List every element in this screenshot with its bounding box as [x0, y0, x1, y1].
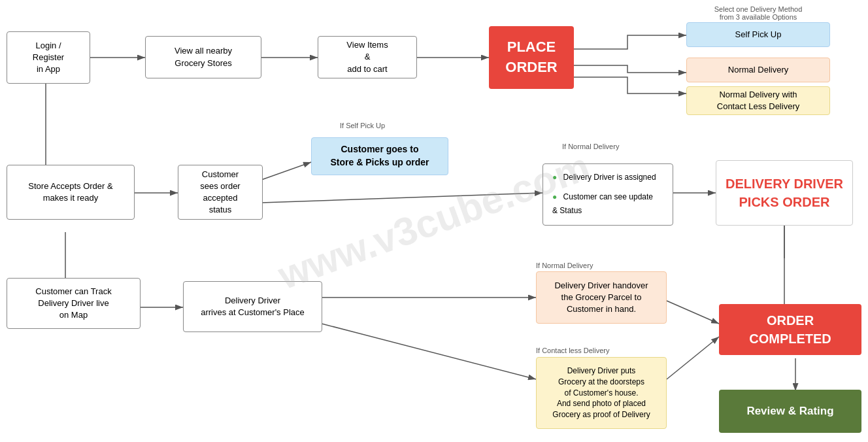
if-self-pickup-label: If Self Pick Up	[340, 122, 385, 129]
self-pickup-box: Self Pick Up	[686, 22, 830, 47]
contactless-box: Normal Delivery withContact Less Deliver…	[686, 86, 830, 115]
if-contactless-label: If Contact less Delivery	[536, 347, 609, 354]
contactless-delivery-box: Delivery Driver putsGrocery at the doors…	[536, 357, 667, 429]
view-items-box: View Items&add to cart	[318, 36, 417, 78]
normal-delivery-box: Normal Delivery	[686, 58, 830, 82]
delivery-info-box: Delivery Driver is assigned Customer can…	[542, 163, 673, 226]
svg-line-10	[322, 324, 536, 379]
bullet-status: Customer can see update& Status	[552, 190, 663, 218]
customer-goes-box: Customer goes toStore & Picks up order	[311, 137, 448, 175]
svg-line-5	[261, 162, 311, 180]
delivery-method-hint: Select one Delivery Methodfrom 3 availab…	[686, 5, 830, 21]
diagram: www.v3cube.com	[0, 0, 868, 442]
svg-line-6	[261, 193, 542, 203]
driver-picks-box: DELIVERY DRIVERPICKS ORDER	[716, 160, 853, 226]
track-driver-box: Customer can TrackDelivery Driver liveon…	[7, 278, 141, 329]
if-normal-delivery-label-2: If Normal Delivery	[536, 262, 593, 269]
order-completed-box: ORDER COMPLETED	[719, 304, 861, 355]
customer-sees-box: Customersees orderacceptedstatus	[178, 165, 263, 220]
bullet-assigned: Delivery Driver is assigned	[552, 171, 663, 185]
store-accepts-box: Store Accepts Order &makes it ready	[7, 165, 135, 220]
login-box: Login /Registerin App	[7, 31, 90, 84]
normal-handover-box: Delivery Driver handoverthe Grocery Parc…	[536, 271, 667, 324]
driver-arrives-box: Delivery Driverarrives at Customer's Pla…	[183, 281, 322, 332]
review-rating-box: Review & Rating	[719, 390, 861, 433]
if-normal-delivery-label-1: If Normal Delivery	[562, 143, 619, 150]
place-order-box: PLACEORDER	[489, 26, 574, 89]
svg-line-11	[667, 301, 719, 324]
view-stores-box: View all nearbyGrocery Stores	[145, 36, 261, 78]
svg-line-12	[667, 337, 719, 379]
